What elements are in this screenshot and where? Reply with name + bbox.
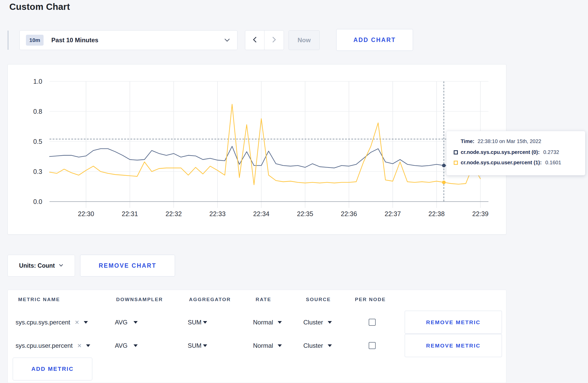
downsampler-select[interactable]: AVG [115, 311, 138, 334]
prev-time-button[interactable] [245, 31, 264, 50]
caret-down-icon [203, 321, 207, 324]
add-chart-button[interactable]: ADD CHART [336, 29, 413, 51]
series-line-user [50, 104, 480, 185]
per-node-checkbox[interactable] [369, 342, 376, 349]
tooltip-series-label: cr.node.sys.cpu.sys.percent (0): [461, 149, 540, 155]
time-pager [245, 30, 284, 50]
series-swatch-icon [454, 150, 458, 154]
time-window-badge: 10m [26, 35, 44, 46]
page-title: Custom Chart [9, 2, 70, 12]
caret-down-icon [134, 344, 138, 347]
metric-row: sys.cpu.user.percentAVGSUMNormalClusterR… [8, 334, 506, 357]
caret-down-icon [134, 321, 138, 324]
aggregator-select[interactable]: SUM [188, 311, 207, 334]
metric-name-select-value: sys.cpu.sys.percent [16, 319, 70, 326]
y-tick-label: 0.5 [33, 138, 42, 145]
tooltip-series-value: 0.1601 [545, 160, 561, 166]
caret-down-icon [328, 321, 332, 324]
downsampler-select-value: AVG [115, 319, 128, 326]
caret-down-icon [86, 344, 90, 347]
rate-select[interactable]: Normal [253, 311, 282, 334]
column-header-downsampler: DOWNSAMPLER [116, 297, 163, 303]
time-window-label: Past 10 Minutes [51, 37, 98, 44]
column-header-metric-name: METRIC NAME [18, 297, 60, 303]
tooltip-series-row: cr.node.sys.cpu.sys.percent (0):0.2732 [454, 149, 578, 155]
tooltip-time-label: Time: [461, 138, 474, 144]
aggregator-select-value: SUM [188, 319, 201, 326]
downsampler-select-value: AVG [115, 342, 128, 349]
caret-down-icon [328, 344, 332, 347]
y-tick-label: 1.0 [33, 78, 42, 85]
x-tick-label: 22:37 [385, 210, 401, 217]
downsampler-select[interactable]: AVG [115, 334, 138, 357]
chevron-down-icon [59, 263, 63, 268]
tooltip-time-row: Time:22:38:10 on Mar 15th, 2022 [454, 138, 578, 144]
rate-select-value: Normal [253, 319, 273, 326]
tooltip-series-row: cr.node.sys.cpu.user.percent (1):0.1601 [454, 160, 578, 166]
tooltip-series-value: 0.2732 [543, 149, 559, 155]
chevron-down-icon [224, 38, 230, 42]
metric-name-select[interactable]: sys.cpu.user.percent [16, 334, 90, 357]
x-tick-label: 22:35 [297, 210, 313, 217]
per-node-checkbox[interactable] [369, 319, 376, 326]
metric-name-select[interactable]: sys.cpu.sys.percent [16, 311, 88, 334]
source-select-value: Cluster [303, 342, 323, 349]
x-tick-label: 22:39 [472, 210, 489, 217]
caret-down-icon [84, 321, 88, 324]
column-header-per-node: PER NODE [355, 297, 386, 303]
now-button[interactable]: Now [289, 30, 320, 50]
x-tick-label: 22:33 [209, 210, 226, 217]
y-tick-label: 0.8 [33, 108, 42, 115]
y-tick-label: 0.3 [33, 168, 42, 175]
hover-dot-user [442, 181, 446, 184]
remove-metric-button[interactable]: REMOVE METRIC [405, 311, 502, 334]
toolbar-left-divider [8, 31, 9, 50]
tooltip-series-label: cr.node.sys.cpu.user.percent (1): [461, 160, 542, 166]
add-metric-button[interactable]: ADD METRIC [13, 358, 92, 380]
source-select-value: Cluster [303, 319, 323, 326]
units-dropdown-label: Units: Count [19, 262, 55, 269]
remove-chart-button[interactable]: REMOVE CHART [80, 255, 175, 276]
chart-hover-tooltip: Time:22:38:10 on Mar 15th, 2022 cr.node.… [446, 131, 585, 175]
rate-select[interactable]: Normal [253, 334, 282, 357]
remove-metric-button[interactable]: REMOVE METRIC [405, 334, 502, 357]
column-header-rate: RATE [256, 297, 271, 303]
aggregator-select-value: SUM [188, 342, 201, 349]
x-tick-label: 22:32 [166, 210, 182, 217]
caret-down-icon [203, 344, 207, 347]
chevron-left-icon [253, 36, 257, 44]
clear-icon[interactable] [75, 318, 79, 327]
source-select[interactable]: Cluster [303, 334, 332, 357]
hover-dot-sys [442, 164, 446, 167]
rate-select-value: Normal [253, 342, 273, 349]
aggregator-select[interactable]: SUM [188, 334, 207, 357]
caret-down-icon [278, 321, 282, 324]
chart-card: 0.00.30.50.81.022:3022:3122:3222:3322:34… [8, 64, 506, 235]
metric-name-select-value: sys.cpu.user.percent [16, 342, 73, 349]
x-tick-label: 22:34 [253, 210, 270, 217]
chart-plot[interactable]: 0.00.30.50.81.022:3022:3122:3222:3322:34… [8, 65, 507, 235]
column-header-source: SOURCE [306, 297, 331, 303]
metrics-table: METRIC NAMEDOWNSAMPLERAGGREGATORRATESOUR… [8, 290, 506, 383]
series-swatch-icon [454, 161, 458, 165]
x-tick-label: 22:36 [341, 210, 357, 217]
clear-icon[interactable] [77, 342, 81, 350]
caret-down-icon [278, 344, 282, 347]
x-tick-label: 22:30 [78, 210, 94, 217]
x-tick-label: 22:31 [122, 210, 138, 217]
x-tick-label: 22:38 [429, 210, 445, 217]
chevron-right-icon [272, 36, 276, 44]
metric-row: sys.cpu.sys.percentAVGSUMNormalClusterRE… [8, 311, 506, 334]
units-dropdown[interactable]: Units: Count [8, 255, 75, 276]
y-tick-label: 0.0 [33, 198, 42, 205]
time-window-dropdown[interactable]: 10m Past 10 Minutes [19, 30, 237, 50]
tooltip-time-value: 22:38:10 on Mar 15th, 2022 [478, 138, 541, 144]
next-time-button[interactable] [264, 31, 284, 50]
column-header-aggregator: AGGREGATOR [189, 297, 231, 303]
series-line-sys [50, 146, 480, 168]
source-select[interactable]: Cluster [303, 311, 332, 334]
